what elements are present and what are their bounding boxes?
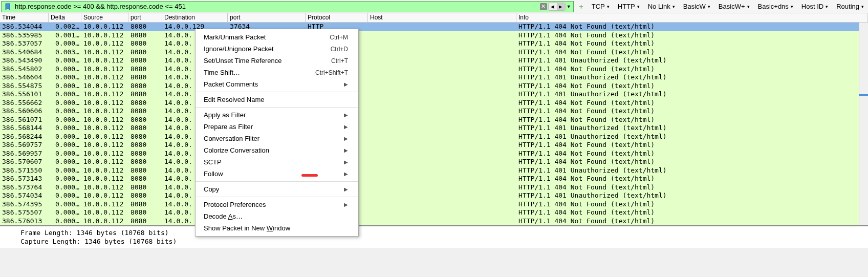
packet-row[interactable]: 386.5340440.002…10.0.0.112808014.0.0.129… — [0, 23, 859, 31]
detail-line: Capture Length: 1346 bytes (10768 bits) — [20, 237, 868, 246]
packet-row[interactable]: 386.5610710.000…10.0.0.112808014.0.0.HTT… — [0, 116, 859, 124]
column-header-dstport[interactable]: port — [228, 13, 306, 22]
menu-item-protocol-preferences[interactable]: Protocol Preferences▶ — [196, 199, 358, 210]
clear-filter-icon[interactable]: ✕ — [540, 3, 547, 10]
packet-row[interactable]: 386.5606060.000…10.0.0.112808014.0.0.HTT… — [0, 107, 859, 116]
packet-row[interactable]: 386.5740340.000…10.0.0.112808014.0.0.HTT… — [0, 191, 859, 200]
display-filter-box[interactable]: ✕ ◂▸ ▼ — [1, 1, 574, 12]
plus-icon: ＋ — [578, 2, 584, 11]
filter-add[interactable]: ＋ — [575, 2, 588, 11]
column-header-info[interactable]: Info — [516, 13, 868, 22]
menu-item-ignore-unignore-packet[interactable]: Ignore/Unignore PacketCtrl+D — [196, 43, 358, 55]
display-filter-input[interactable] — [14, 2, 540, 11]
toolbar-button-no-link[interactable]: No Link ▾ — [644, 1, 679, 12]
menu-separator — [196, 181, 358, 182]
packet-row[interactable]: 386.5434900.000…10.0.0.112808014.0.0.HTT… — [0, 56, 859, 65]
menu-item-show-packet-in-new-window[interactable]: Show Packet in New Window — [196, 222, 358, 234]
packet-row[interactable]: 386.5699570.000…10.0.0.112808014.0.0.HTT… — [0, 150, 859, 158]
packet-row[interactable]: 386.5548750.000…10.0.0.112808014.0.0.HTT… — [0, 82, 859, 91]
column-header-time[interactable]: Time — [0, 13, 49, 22]
menu-item-set-unset-time-reference[interactable]: Set/Unset Time ReferenceCtrl+T — [196, 55, 358, 67]
annotation-highlight — [301, 174, 318, 177]
toolbar-button-routing[interactable]: Routing ▾ — [832, 1, 868, 12]
packet-row[interactable]: 386.5737640.000…10.0.0.112808014.0.0.HTT… — [0, 183, 859, 192]
column-header-source[interactable]: Source — [81, 13, 128, 22]
packet-row[interactable]: 386.5561010.000…10.0.0.112808014.0.0.HTT… — [0, 90, 859, 99]
toolbar-button-basicw[interactable]: BasicW ▾ — [679, 1, 714, 12]
menu-item-time-shift[interactable]: Time Shift…Ctrl+Shift+T — [196, 67, 358, 78]
toolbar-button-http[interactable]: HTTP ▾ — [614, 1, 644, 12]
packet-row[interactable]: 386.5743950.000…10.0.0.112808014.0.0.HTT… — [0, 200, 859, 209]
menu-separator — [196, 107, 358, 108]
menu-item-packet-comments[interactable]: Packet Comments▶ — [196, 78, 358, 90]
column-header-destination[interactable]: Destination — [162, 13, 228, 22]
menu-item-conversation-filter[interactable]: Conversation Filter▶ — [196, 133, 358, 144]
packet-row[interactable]: 386.5755070.000…10.0.0.112808014.0.0.HTT… — [0, 208, 859, 217]
packet-details-pane[interactable]: Frame Length: 1346 bytes (10768 bits) Ca… — [0, 225, 868, 248]
packet-row[interactable]: 386.5731430.000…10.0.0.112808014.0.0.HTT… — [0, 175, 859, 183]
filter-clear-controls[interactable]: ✕ ◂▸ ▼ — [540, 3, 571, 11]
packet-list[interactable]: 386.5340440.002…10.0.0.112808014.0.0.129… — [0, 23, 859, 225]
menu-item-sctp[interactable]: SCTP▶ — [196, 156, 358, 168]
detail-line: Frame Length: 1346 bytes (10768 bits) — [20, 228, 868, 237]
packet-row[interactable]: 386.5682440.000…10.0.0.112808014.0.0.HTT… — [0, 133, 859, 141]
column-header-delta[interactable]: Delta — [49, 13, 81, 22]
bookmark-icon[interactable] — [4, 3, 12, 11]
menu-item-edit-resolved-name[interactable]: Edit Resolved Name — [196, 94, 358, 105]
packet-row[interactable]: 386.5681440.000…10.0.0.112808014.0.0.HTT… — [0, 124, 859, 133]
scroll-marker — [859, 94, 868, 96]
packet-row[interactable]: 386.5566620.000…10.0.0.112808014.0.0.HTT… — [0, 99, 859, 108]
filter-toolbar: ✕ ◂▸ ▼ ＋ TCP ▾HTTP ▾No Link ▾BasicW ▾Bas… — [0, 0, 868, 13]
column-header-protocol[interactable]: Protocol — [306, 13, 368, 22]
column-header-srcport[interactable]: port — [128, 13, 162, 22]
packet-row[interactable]: 386.5760130.000…10.0.0.112808014.0.0.HTT… — [0, 217, 859, 226]
menu-separator — [196, 92, 358, 92]
column-header-host[interactable]: Host — [368, 13, 516, 22]
packet-row[interactable]: 386.5359850.001…10.0.0.112808014.0.0.HTT… — [0, 31, 859, 40]
menu-item-mark-unmark-packet[interactable]: Mark/Unmark PacketCtrl+M — [196, 31, 358, 43]
packet-row[interactable]: 386.5466040.000…10.0.0.112808014.0.0.HTT… — [0, 73, 859, 82]
menu-item-decode-as[interactable]: Decode As… — [196, 210, 358, 222]
packet-row[interactable]: 386.5406840.003…10.0.0.112808014.0.0.HTT… — [0, 48, 859, 57]
toolbar-button-host-id[interactable]: Host ID ▾ — [797, 1, 832, 12]
dropdown-icon[interactable]: ▼ — [567, 4, 571, 9]
menu-item-follow[interactable]: Follow▶ — [196, 168, 358, 180]
toolbar-button-tcp[interactable]: TCP ▾ — [588, 1, 614, 12]
menu-item-apply-as-filter[interactable]: Apply as Filter▶ — [196, 109, 358, 121]
packet-row[interactable]: 386.5458020.000…10.0.0.112808014.0.0.HTT… — [0, 65, 859, 74]
menu-separator — [196, 197, 358, 197]
vertical-scrollbar[interactable] — [859, 23, 868, 225]
packet-row[interactable]: 386.5715500.000…10.0.0.112808014.0.0.HTT… — [0, 166, 859, 175]
packet-list-header[interactable]: Time Delta Source port Destination port … — [0, 13, 868, 23]
packet-row[interactable]: 386.5706070.000…10.0.0.112808014.0.0.HTT… — [0, 158, 859, 166]
context-menu[interactable]: Mark/Unmark PacketCtrl+MIgnore/Unignore … — [195, 29, 359, 237]
menu-item-prepare-as-filter[interactable]: Prepare as Filter▶ — [196, 121, 358, 133]
packet-row[interactable]: 386.5697570.000…10.0.0.112808014.0.0.HTT… — [0, 141, 859, 150]
toolbar-buttons: TCP ▾HTTP ▾No Link ▾BasicW ▾BasicW+ ▾Bas… — [588, 1, 868, 12]
toolbar-button-basic-dns[interactable]: Basic+dns ▾ — [754, 1, 797, 12]
packet-row[interactable]: 386.5370570.000…10.0.0.112808014.0.0.HTT… — [0, 39, 859, 48]
menu-item-colorize-conversation[interactable]: Colorize Conversation▶ — [196, 144, 358, 156]
filter-toggle[interactable]: ◂▸ — [548, 3, 566, 11]
toolbar-button-basicw-[interactable]: BasicW+ ▾ — [714, 1, 754, 12]
menu-item-copy[interactable]: Copy▶ — [196, 183, 358, 195]
